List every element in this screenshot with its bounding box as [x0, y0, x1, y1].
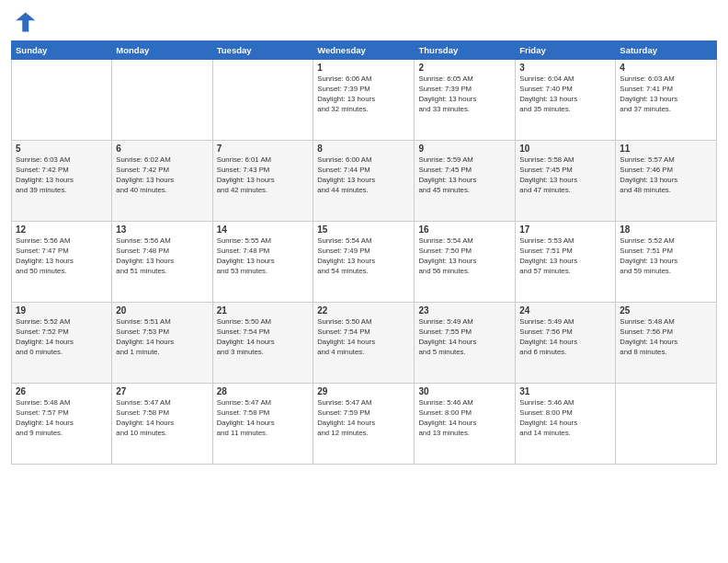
- day-info: Sunrise: 5:49 AM Sunset: 7:56 PM Dayligh…: [519, 317, 611, 358]
- week-row-3: 12Sunrise: 5:56 AM Sunset: 7:47 PM Dayli…: [12, 222, 717, 303]
- calendar-cell: 10Sunrise: 5:58 AM Sunset: 7:45 PM Dayli…: [516, 141, 616, 222]
- day-info: Sunrise: 5:47 AM Sunset: 7:58 PM Dayligh…: [217, 398, 309, 439]
- day-number: 29: [317, 386, 410, 396]
- calendar-cell: 24Sunrise: 5:49 AM Sunset: 7:56 PM Dayli…: [516, 303, 616, 384]
- calendar-cell: 14Sunrise: 5:55 AM Sunset: 7:48 PM Dayli…: [212, 222, 313, 303]
- calendar-cell: 27Sunrise: 5:47 AM Sunset: 7:58 PM Dayli…: [112, 384, 212, 465]
- day-number: 8: [317, 144, 410, 154]
- day-info: Sunrise: 5:49 AM Sunset: 7:55 PM Dayligh…: [418, 317, 511, 358]
- day-info: Sunrise: 5:48 AM Sunset: 7:57 PM Dayligh…: [16, 398, 108, 439]
- calendar-cell: 30Sunrise: 5:46 AM Sunset: 8:00 PM Dayli…: [415, 384, 516, 465]
- week-row-1: 1Sunrise: 6:06 AM Sunset: 7:39 PM Daylig…: [12, 60, 717, 141]
- weekday-header-thursday: Thursday: [415, 41, 516, 60]
- day-number: 27: [116, 386, 208, 396]
- day-info: Sunrise: 6:06 AM Sunset: 7:39 PM Dayligh…: [317, 75, 410, 115]
- day-number: 2: [418, 63, 511, 73]
- day-info: Sunrise: 5:51 AM Sunset: 7:53 PM Dayligh…: [116, 317, 208, 358]
- calendar-cell: 11Sunrise: 5:57 AM Sunset: 7:46 PM Dayli…: [616, 141, 717, 222]
- calendar-cell: 18Sunrise: 5:52 AM Sunset: 7:51 PM Dayli…: [616, 222, 717, 303]
- day-number: 31: [519, 386, 611, 396]
- calendar-cell: 21Sunrise: 5:50 AM Sunset: 7:54 PM Dayli…: [212, 303, 313, 384]
- week-row-5: 26Sunrise: 5:48 AM Sunset: 7:57 PM Dayli…: [12, 384, 717, 465]
- day-info: Sunrise: 5:52 AM Sunset: 7:52 PM Dayligh…: [16, 317, 108, 358]
- day-number: 12: [16, 224, 108, 235]
- calendar-table: SundayMondayTuesdayWednesdayThursdayFrid…: [11, 40, 717, 465]
- day-number: 11: [620, 144, 712, 154]
- day-info: Sunrise: 6:02 AM Sunset: 7:42 PM Dayligh…: [116, 155, 208, 196]
- day-number: 23: [418, 305, 511, 316]
- day-number: 26: [16, 386, 108, 396]
- day-number: 17: [519, 224, 611, 235]
- calendar-cell: 3Sunrise: 6:04 AM Sunset: 7:40 PM Daylig…: [516, 60, 616, 141]
- calendar-cell: 8Sunrise: 6:00 AM Sunset: 7:44 PM Daylig…: [313, 141, 415, 222]
- calendar-cell: 29Sunrise: 5:47 AM Sunset: 7:59 PM Dayli…: [313, 384, 415, 465]
- weekday-header-row: SundayMondayTuesdayWednesdayThursdayFrid…: [12, 41, 717, 60]
- day-number: 28: [217, 386, 309, 396]
- calendar-cell: 16Sunrise: 5:54 AM Sunset: 7:50 PM Dayli…: [415, 222, 516, 303]
- day-info: Sunrise: 5:48 AM Sunset: 7:56 PM Dayligh…: [620, 317, 712, 358]
- day-info: Sunrise: 5:53 AM Sunset: 7:51 PM Dayligh…: [519, 236, 611, 277]
- weekday-header-tuesday: Tuesday: [212, 41, 313, 60]
- day-number: 9: [418, 144, 511, 154]
- day-info: Sunrise: 5:50 AM Sunset: 7:54 PM Dayligh…: [317, 317, 410, 358]
- day-info: Sunrise: 5:59 AM Sunset: 7:45 PM Dayligh…: [418, 155, 511, 196]
- day-info: Sunrise: 6:00 AM Sunset: 7:44 PM Dayligh…: [317, 155, 410, 196]
- day-info: Sunrise: 5:57 AM Sunset: 7:46 PM Dayligh…: [620, 155, 712, 196]
- calendar-cell: 26Sunrise: 5:48 AM Sunset: 7:57 PM Dayli…: [12, 384, 112, 465]
- day-number: 30: [418, 386, 511, 396]
- week-row-4: 19Sunrise: 5:52 AM Sunset: 7:52 PM Dayli…: [12, 303, 717, 384]
- day-number: 15: [317, 224, 410, 235]
- day-number: 6: [116, 144, 208, 154]
- day-number: 1: [317, 63, 410, 73]
- day-info: Sunrise: 5:46 AM Sunset: 8:00 PM Dayligh…: [519, 398, 611, 439]
- day-number: 4: [620, 63, 712, 73]
- calendar-cell: 2Sunrise: 6:05 AM Sunset: 7:39 PM Daylig…: [415, 60, 516, 141]
- weekday-header-saturday: Saturday: [616, 41, 717, 60]
- day-number: 13: [116, 224, 208, 235]
- day-number: 25: [620, 305, 712, 316]
- day-info: Sunrise: 5:47 AM Sunset: 7:59 PM Dayligh…: [317, 398, 410, 439]
- header: [11, 9, 717, 35]
- day-info: Sunrise: 6:03 AM Sunset: 7:41 PM Dayligh…: [620, 75, 712, 115]
- weekday-header-sunday: Sunday: [12, 41, 112, 60]
- calendar-cell: 1Sunrise: 6:06 AM Sunset: 7:39 PM Daylig…: [313, 60, 415, 141]
- calendar-cell: 13Sunrise: 5:56 AM Sunset: 7:48 PM Dayli…: [112, 222, 212, 303]
- day-info: Sunrise: 6:03 AM Sunset: 7:42 PM Dayligh…: [16, 155, 108, 196]
- calendar-cell: 4Sunrise: 6:03 AM Sunset: 7:41 PM Daylig…: [616, 60, 717, 141]
- day-info: Sunrise: 5:54 AM Sunset: 7:49 PM Dayligh…: [317, 236, 410, 277]
- day-info: Sunrise: 6:01 AM Sunset: 7:43 PM Dayligh…: [217, 155, 309, 196]
- day-info: Sunrise: 5:54 AM Sunset: 7:50 PM Dayligh…: [418, 236, 511, 277]
- calendar-cell: 23Sunrise: 5:49 AM Sunset: 7:55 PM Dayli…: [415, 303, 516, 384]
- day-info: Sunrise: 5:50 AM Sunset: 7:54 PM Dayligh…: [217, 317, 309, 358]
- day-number: 20: [116, 305, 208, 316]
- calendar-cell: 15Sunrise: 5:54 AM Sunset: 7:49 PM Dayli…: [313, 222, 415, 303]
- day-info: Sunrise: 5:52 AM Sunset: 7:51 PM Dayligh…: [620, 236, 712, 277]
- day-number: 7: [217, 144, 309, 154]
- week-row-2: 5Sunrise: 6:03 AM Sunset: 7:42 PM Daylig…: [12, 141, 717, 222]
- calendar-cell: 25Sunrise: 5:48 AM Sunset: 7:56 PM Dayli…: [616, 303, 717, 384]
- calendar-cell: 7Sunrise: 6:01 AM Sunset: 7:43 PM Daylig…: [212, 141, 313, 222]
- page: SundayMondayTuesdayWednesdayThursdayFrid…: [0, 0, 728, 563]
- calendar-cell: 22Sunrise: 5:50 AM Sunset: 7:54 PM Dayli…: [313, 303, 415, 384]
- svg-marker-0: [16, 13, 35, 32]
- calendar-cell: 19Sunrise: 5:52 AM Sunset: 7:52 PM Dayli…: [12, 303, 112, 384]
- day-info: Sunrise: 5:56 AM Sunset: 7:48 PM Dayligh…: [116, 236, 208, 277]
- weekday-header-friday: Friday: [516, 41, 616, 60]
- calendar-cell: 12Sunrise: 5:56 AM Sunset: 7:47 PM Dayli…: [12, 222, 112, 303]
- calendar-cell: 28Sunrise: 5:47 AM Sunset: 7:58 PM Dayli…: [212, 384, 313, 465]
- day-number: 5: [16, 144, 108, 154]
- day-number: 21: [217, 305, 309, 316]
- calendar-cell: 5Sunrise: 6:03 AM Sunset: 7:42 PM Daylig…: [12, 141, 112, 222]
- logo-icon: [11, 9, 37, 35]
- weekday-header-monday: Monday: [112, 41, 212, 60]
- day-info: Sunrise: 5:56 AM Sunset: 7:47 PM Dayligh…: [16, 236, 108, 277]
- logo: [11, 9, 40, 35]
- day-info: Sunrise: 6:04 AM Sunset: 7:40 PM Dayligh…: [519, 75, 611, 115]
- calendar-cell: [616, 384, 717, 465]
- day-number: 24: [519, 305, 611, 316]
- day-number: 22: [317, 305, 410, 316]
- day-number: 18: [620, 224, 712, 235]
- day-number: 14: [217, 224, 309, 235]
- calendar-cell: 20Sunrise: 5:51 AM Sunset: 7:53 PM Dayli…: [112, 303, 212, 384]
- day-info: Sunrise: 5:47 AM Sunset: 7:58 PM Dayligh…: [116, 398, 208, 439]
